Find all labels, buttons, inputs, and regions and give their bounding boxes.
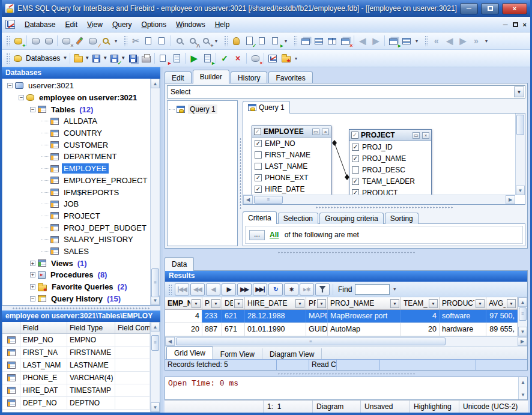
scroll-left-button[interactable]: ◀ (165, 337, 175, 346)
column-header-product[interactable]: PRODUCT▼ (440, 297, 486, 309)
tile-horizontally-button[interactable] (312, 34, 325, 47)
tab-builder[interactable]: Builder (193, 70, 229, 83)
window-list-button[interactable] (400, 34, 413, 47)
tab-criteria[interactable]: Criteria (243, 211, 277, 224)
scroll-up-button[interactable]: ▲ (151, 79, 160, 88)
database-registration-info-button[interactable]: ∕ (86, 34, 99, 47)
export-button[interactable]: ▸ (269, 34, 282, 47)
field-checkbox[interactable]: ✓ (352, 144, 359, 151)
field-checkbox[interactable]: ✓ (255, 140, 262, 147)
go-back-button[interactable]: ◀ (443, 34, 456, 47)
favorite-queries-button[interactable] (279, 52, 292, 65)
minimize-table-button[interactable]: ▭ (413, 132, 420, 139)
cascade-windows-button[interactable] (299, 34, 312, 47)
scroll-left-button[interactable]: ◀ (243, 195, 253, 204)
column-header-emp_n[interactable]: EMP_N▼ (165, 297, 202, 309)
column-header-hire_date[interactable]: HIRE_DATE▼ (245, 297, 306, 309)
tab-grid-view[interactable]: Grid View (166, 347, 213, 359)
grid-cell[interactable]: MAPD (306, 310, 328, 323)
tree-item-country[interactable]: COUNTRY (2, 127, 150, 139)
scroll-down-button[interactable]: ▼ (151, 402, 160, 412)
scroll-down-button[interactable]: ▼ (518, 327, 527, 336)
tab-edit[interactable]: Edit (165, 71, 192, 83)
column-header-de[interactable]: DE▼ (222, 297, 245, 309)
query-plan-button[interactable] (266, 52, 279, 65)
menu-windows[interactable]: Windows (171, 18, 210, 31)
tab-favorites[interactable]: Favorites (268, 71, 312, 83)
field-checkbox[interactable] (255, 163, 262, 170)
execute-script-button[interactable]: ▸ (201, 52, 214, 65)
column-filter-button[interactable]: ▼ (429, 299, 438, 308)
toolbar-grip[interactable] (124, 35, 127, 46)
column-header-proj_name[interactable]: PROJ_NAME▼ (328, 297, 401, 309)
refresh-database-button[interactable] (73, 34, 86, 47)
tree-item-department[interactable]: DEPARTMENT (2, 151, 150, 163)
print-button[interactable] (139, 52, 153, 65)
tree-item-ifm-reports[interactable]: IFM$REPORTS (2, 186, 150, 198)
tab-history[interactable]: History (231, 71, 267, 83)
scroll-up-button[interactable]: ▲ (518, 297, 527, 307)
scrollbar-thumb[interactable]: ≡ (176, 338, 446, 345)
commit-transaction-button[interactable]: ✓ (218, 52, 231, 65)
tab-data[interactable]: Data (165, 257, 194, 271)
field-row[interactable]: PHONE_EVARCHAR(4) (2, 372, 150, 384)
column-header-field-type[interactable]: Field Type (67, 322, 115, 333)
tab-selection[interactable]: Selection (278, 213, 318, 224)
export-results-button[interactable]: ▸ (157, 52, 170, 65)
tree-item-salary-history[interactable]: SALARY_HISTORY (2, 234, 150, 246)
column-header-field[interactable]: Field (20, 322, 67, 333)
table-field-row[interactable]: LAST_NAME (252, 160, 331, 172)
scroll-right-button[interactable]: ▶ (518, 337, 527, 346)
column-header-ph[interactable]: PH▼ (202, 297, 222, 309)
field-checkbox[interactable] (255, 151, 262, 159)
grid-cell[interactable]: hardware (440, 323, 486, 336)
tab-diagram-view[interactable]: Diagram View (262, 348, 322, 359)
scroll-right-button[interactable]: ▶ (506, 195, 515, 204)
tree-item-employee[interactable]: EMPLOYEE (2, 163, 150, 175)
prior-page-button[interactable]: ◀◀ (190, 283, 205, 295)
find-button[interactable] (173, 34, 186, 47)
collapse-icon[interactable]: − (30, 107, 35, 112)
fetch-all-button[interactable]: ∗ (284, 283, 298, 295)
toolbar-overflow-chevron[interactable]: ▾ (413, 35, 420, 47)
restore-window-button[interactable]: ▸ (387, 34, 400, 47)
next-record-button[interactable]: ▶ (222, 283, 236, 295)
expand-icon[interactable]: + (30, 261, 35, 266)
collapse-icon[interactable]: − (7, 83, 13, 88)
paste-button[interactable] (156, 34, 169, 47)
column-filter-button[interactable]: ▼ (295, 299, 304, 308)
scrollbar-thumb[interactable] (516, 115, 524, 135)
tab-sorting[interactable]: Sorting (385, 213, 419, 224)
criteria-all-link[interactable]: All (270, 231, 279, 239)
table-box-header[interactable]: ✓PROJECT▭× (349, 130, 431, 141)
toolbar-grip[interactable] (294, 35, 297, 46)
grid-cell[interactable]: 89 655, (486, 323, 518, 336)
previous-window-button[interactable]: ◀ (356, 34, 369, 47)
table-checkbox[interactable]: ✓ (254, 128, 261, 135)
scrollbar-thumb[interactable]: ≡ (254, 196, 283, 204)
column-header-team_l[interactable]: TEAM_L▼ (401, 297, 440, 309)
criteria-options-button[interactable]: ... (249, 230, 265, 240)
field-checkbox[interactable]: ✓ (352, 178, 359, 185)
statement-type-combo[interactable]: Select ▼ (167, 85, 525, 98)
unregister-database-button[interactable] (42, 34, 55, 47)
show-script-button[interactable] (170, 52, 183, 65)
disconnect-database-button[interactable]: × (59, 34, 73, 47)
tree-item-query-history[interactable]: −Query History(15) (2, 292, 150, 304)
tree-item-favorite-queries[interactable]: +Favorite Queries(2) (2, 281, 150, 293)
filter-button[interactable] (315, 283, 330, 295)
menu-help[interactable]: Help (210, 18, 235, 31)
vertical-splitter[interactable] (238, 100, 243, 246)
tree-item-employee-project[interactable]: Employee_project (2, 304, 150, 305)
toolbar-overflow-chevron[interactable]: ▾ (483, 35, 490, 47)
toolbar-grip[interactable] (6, 35, 10, 46)
column-filter-button[interactable]: ▼ (192, 299, 201, 308)
menu-database[interactable]: Database (20, 18, 60, 31)
table-box-employee[interactable]: ✓EMPLOYEE▭×✓EMP_NOFIRST_NAMELAST_NAME✓PH… (252, 126, 331, 205)
grid-cell[interactable]: 28.12.1988 (245, 310, 306, 323)
table-field-row[interactable]: ✓PROJ_NAME (349, 153, 431, 164)
copy-button[interactable] (142, 34, 156, 47)
mdi-minimize-button[interactable]: ─ (503, 21, 508, 28)
chevron-down-icon[interactable]: ▼ (514, 86, 524, 97)
column-filter-button[interactable]: ▼ (211, 299, 220, 308)
